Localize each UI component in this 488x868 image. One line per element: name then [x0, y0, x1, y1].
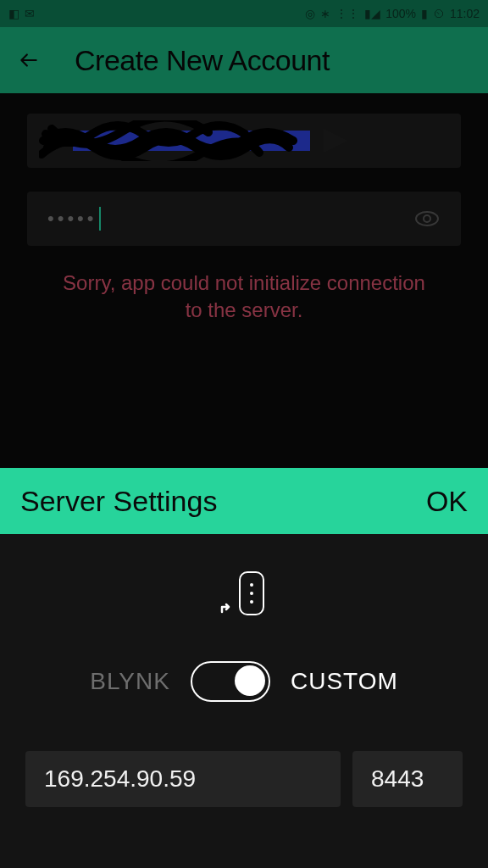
- text-cursor: [99, 207, 101, 231]
- error-message: Sorry, app could not initialize connecti…: [27, 270, 461, 325]
- server-ip-value: 169.254.90.59: [44, 765, 196, 793]
- toggle-knob: [235, 665, 265, 696]
- notification-icon: ◧: [8, 7, 19, 20]
- server-address-row: 169.254.90.59 8443: [25, 751, 463, 807]
- server-settings-panel: BLYNK CUSTOM 169.254.90.59 8443: [0, 534, 488, 868]
- ok-button[interactable]: OK: [426, 485, 468, 518]
- time-text: 11:02: [450, 7, 480, 20]
- arrow-left-icon: [18, 49, 40, 71]
- app-header: Create New Account: [0, 27, 488, 93]
- option-custom[interactable]: CUSTOM: [291, 668, 398, 695]
- chevron-right-icon: [324, 129, 347, 153]
- server-type-toggle-row: BLYNK CUSTOM: [90, 661, 398, 702]
- bluetooth-icon: ∗: [320, 7, 330, 20]
- eye-icon: [414, 210, 440, 227]
- email-field[interactable]: [27, 114, 461, 168]
- redaction-scribble: [39, 120, 310, 161]
- clock-icon: ⏲: [433, 7, 445, 20]
- status-right: ◎ ∗ ⋮⋮ ▮◢ 100% ▮ ⏲ 11:02: [305, 7, 480, 20]
- status-bar: ◧ ✉ ◎ ∗ ⋮⋮ ▮◢ 100% ▮ ⏲ 11:02: [0, 0, 488, 27]
- server-settings-header: Server Settings OK: [0, 468, 488, 534]
- server-port-field[interactable]: 8443: [352, 751, 463, 807]
- battery-icon: ▮: [421, 7, 428, 20]
- server-toggle[interactable]: [191, 661, 270, 702]
- back-button[interactable]: [17, 48, 41, 72]
- svg-point-1: [424, 215, 430, 222]
- password-value: •••••: [47, 208, 97, 230]
- server-port-value: 8443: [371, 765, 424, 793]
- show-password-button[interactable]: [413, 205, 441, 232]
- server-icon: [219, 570, 269, 620]
- status-left: ◧ ✉: [8, 7, 35, 20]
- signup-form: ••••• Sorry, app could not initialize co…: [0, 93, 488, 325]
- wifi-icon: ⋮⋮: [336, 7, 359, 20]
- password-field[interactable]: •••••: [27, 192, 461, 246]
- server-settings-title: Server Settings: [20, 485, 217, 518]
- svg-point-0: [416, 212, 438, 225]
- location-icon: ◎: [305, 7, 315, 20]
- option-blynk[interactable]: BLYNK: [90, 668, 170, 695]
- battery-text: 100%: [385, 7, 416, 20]
- signal-icon: ▮◢: [364, 7, 380, 20]
- page-title: Create New Account: [75, 44, 330, 77]
- mail-icon: ✉: [25, 7, 35, 20]
- server-ip-field[interactable]: 169.254.90.59: [25, 751, 341, 807]
